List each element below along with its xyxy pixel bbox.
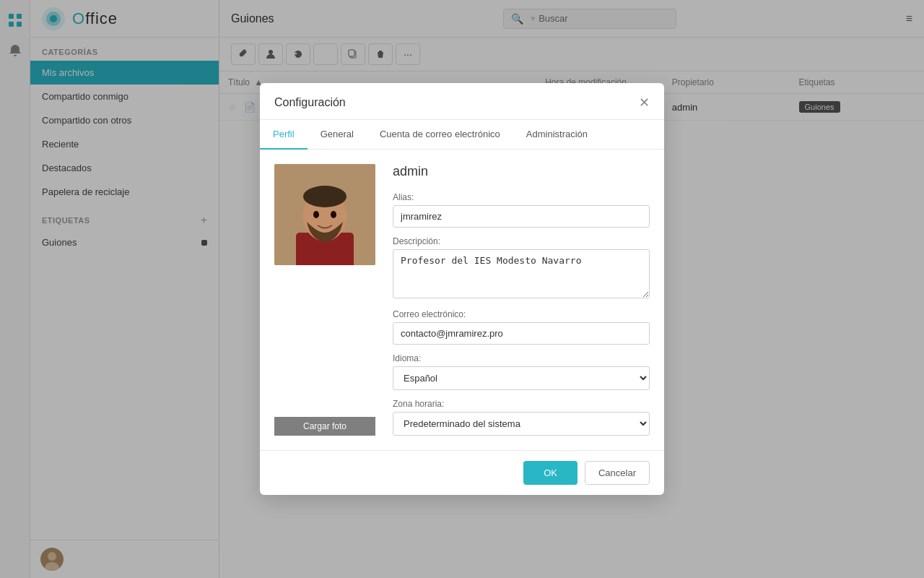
email-label: Correo electrónico: xyxy=(393,309,650,319)
modal-header: Configuración ✕ xyxy=(260,83,664,120)
timezone-select[interactable]: Predeterminado del sistema xyxy=(393,412,650,436)
tab-perfil[interactable]: Perfil xyxy=(260,120,308,150)
ok-button[interactable]: OK xyxy=(523,461,578,485)
svg-point-18 xyxy=(331,211,336,218)
modal-footer: OK Cancelar xyxy=(260,450,664,495)
profile-username: admin xyxy=(393,164,650,179)
modal-body: Cargar foto admin Alias: Descripción: Pr… xyxy=(260,164,664,450)
timezone-label: Zona horaria: xyxy=(393,399,650,409)
description-field-group: Descripción: Profesor del IES Modesto Na… xyxy=(393,236,650,301)
modal-tabs: Perfil General Cuenta de correo electrón… xyxy=(260,120,664,150)
svg-point-16 xyxy=(303,186,346,207)
settings-modal: Configuración ✕ Perfil General Cuenta de… xyxy=(260,83,664,495)
modal-title: Configuración xyxy=(274,96,346,109)
upload-photo-button[interactable]: Cargar foto xyxy=(274,417,375,436)
svg-point-17 xyxy=(313,211,319,218)
modal-close-button[interactable]: ✕ xyxy=(639,95,650,111)
language-label: Idioma: xyxy=(393,353,650,363)
email-input[interactable] xyxy=(393,322,650,345)
profile-section: Cargar foto admin Alias: Descripción: Pr… xyxy=(274,164,650,436)
tab-administracion[interactable]: Administración xyxy=(513,120,601,150)
alias-input[interactable] xyxy=(393,205,650,228)
description-input[interactable]: Profesor del IES Modesto Navarro xyxy=(393,249,650,298)
language-select[interactable]: Español xyxy=(393,366,650,390)
tab-general[interactable]: General xyxy=(308,120,367,150)
profile-image xyxy=(274,164,375,265)
description-label: Descripción: xyxy=(393,236,650,246)
modal-overlay[interactable]: Configuración ✕ Perfil General Cuenta de… xyxy=(0,0,924,578)
cancel-button[interactable]: Cancelar xyxy=(585,461,650,485)
email-field-group: Correo electrónico: xyxy=(393,309,650,345)
timezone-field-group: Zona horaria: Predeterminado del sistema xyxy=(393,399,650,436)
tab-correo[interactable]: Cuenta de correo electrónico xyxy=(367,120,513,150)
alias-field-group: Alias: xyxy=(393,192,650,228)
alias-label: Alias: xyxy=(393,192,650,202)
profile-fields: admin Alias: Descripción: Profesor del I… xyxy=(393,164,650,436)
profile-photo-area: Cargar foto xyxy=(274,164,375,436)
language-field-group: Idioma: Español xyxy=(393,353,650,390)
